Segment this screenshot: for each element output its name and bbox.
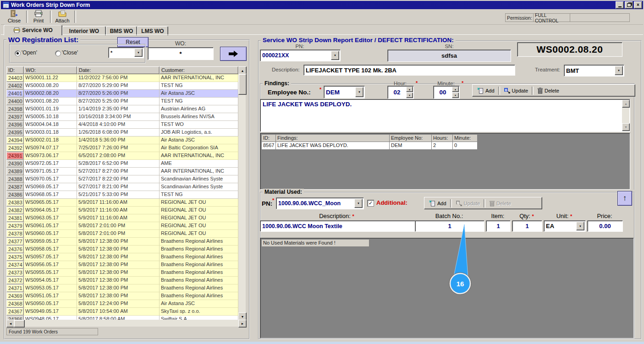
column-header[interactable]: Findings: [276,134,390,142]
radio-close-label[interactable]: 'Close' [62,49,78,56]
chevron-down-icon[interactable]: ▼ [355,87,363,97]
wo-table-row[interactable]: 24371WS0953.05.175/8/2017 12:38:00 PMBra… [6,284,238,292]
tab-lms-wo[interactable]: LMS WO [137,26,168,35]
scroll-right-icon[interactable]: ► [238,320,247,328]
findings-update-button[interactable]: B Update [501,87,531,95]
wo-table-row[interactable]: 24396WS0004.04.184/4/2018 4:10:00 PMTEST… [6,121,238,129]
chevron-down-icon[interactable]: ▼ [331,51,339,60]
radio-close[interactable] [55,50,61,56]
additional-checkbox[interactable]: ✓ [367,200,374,207]
wo-table-row[interactable]: 24367WS0949.05.175/8/2017 10:54:00 AMSky… [6,308,238,316]
unit-combobox[interactable]: EA ▼ [544,220,586,232]
material-update-button[interactable]: B Update [453,199,483,207]
wo-table-row[interactable]: 24368WS0950.05.175/8/2017 12:24:00 PMAir… [6,300,238,308]
scroll-top-button[interactable]: ↑ [617,191,632,206]
wo-table-row[interactable]: 24376WS0958.05.175/8/2017 12:38:00 PMBra… [6,246,238,253]
employee-no-combobox[interactable]: DEM ▼ [324,86,365,98]
batch-field[interactable]: 1 [415,220,484,232]
restore-button[interactable] [625,1,633,9]
vscroll-thumb[interactable] [238,74,247,95]
column-header[interactable]: Date: [77,66,160,74]
radio-open-label[interactable]: 'Open' [22,49,37,56]
spin-down-icon[interactable]: ▼ [452,93,459,98]
spin-up-icon[interactable]: ▲ [452,87,459,92]
material-delete-button[interactable]: Delete [486,199,514,207]
radio-open[interactable] [15,50,21,56]
treatment-combobox[interactable]: BMT ▼ [564,65,624,76]
wo-table-row[interactable]: 24398WS0001.01.191/14/2019 2:35:00 PMAus… [6,105,238,113]
attach-button[interactable]: Attach [51,10,73,23]
tab-service-wo[interactable]: Service WO [4,25,62,35]
wo-table-row[interactable]: 24397WS0005.10.1810/16/2018 3:34:00 PMBr… [6,113,238,121]
wo-table-row[interactable]: 24374WS0956.05.175/8/2017 12:38:00 PMBra… [6,261,238,269]
column-header[interactable]: ID: [6,66,24,74]
column-header[interactable]: ID: [261,134,276,142]
wo-table-row[interactable]: 24369WS0951.05.175/8/2017 12:38:00 PMBra… [6,292,238,300]
chevron-down-icon[interactable]: ▼ [134,49,143,57]
material-add-button[interactable]: Add [426,199,449,207]
wo-table-row[interactable]: 24372WS0954.05.175/8/2017 12:38:00 PMBra… [6,277,238,284]
findings-grid[interactable]: ID:Findings:Employee No:Hours:Minute: 85… [261,134,478,150]
wo-table-row[interactable]: 24375WS0957.05.175/8/2017 12:38:00 PMBra… [6,253,238,261]
findings-textarea[interactable]: LIFE JACKET WAS DEPLOYD. ▲ ▼ [260,99,630,132]
wo-table-row[interactable]: 24395WS0003.01.181/26/2018 6:08:00 PMJOB… [6,129,238,137]
chevron-down-icon[interactable]: ▼ [615,66,623,75]
wo-table-row[interactable]: 24373WS0955.05.175/8/2017 12:38:00 PMBra… [6,269,238,277]
chevron-down-icon[interactable]: ▼ [576,222,584,230]
wo-table-row[interactable]: 24401WS0002.08.208/27/2020 5:26:00 PMAir… [6,90,238,98]
search-go-button[interactable] [220,47,247,61]
wo-table-row[interactable]: 24379WS0961.05.175/8/2017 2:01:00 PMREGI… [6,222,238,230]
wo-table-row[interactable]: 24402WS0003.08.208/27/2020 5:29:00 PMTES… [6,82,238,90]
findings-textarea-scrollbar[interactable]: ▲ ▼ [622,100,629,130]
chevron-down-icon[interactable]: ▼ [354,199,363,208]
wo-table-row[interactable]: 24400WS0001.08.208/27/2020 5:25:00 PMTES… [6,98,238,105]
material-description-field[interactable]: 1000.90.06.WCC Moon Textile [260,220,418,232]
sn-field[interactable]: sdfsa [387,49,511,62]
item-field[interactable]: 1 [486,220,511,232]
material-pn-combobox[interactable]: 1000.90.06.WCC_Moon ▼ [276,197,364,209]
print-button[interactable]: Print [28,10,49,23]
wo-grid-hscrollbar[interactable]: ◄ ► [6,320,246,327]
minute-spinner[interactable]: 00 ▲▼ [433,86,460,99]
hour-spinner[interactable]: 02 ▲▼ [387,86,414,99]
tab-bms-wo[interactable]: BMS WO [106,26,137,35]
spin-up-icon[interactable]: ▲ [406,87,413,92]
wo-table-row[interactable]: 24378WS0960.05.175/8/2017 2:01:00 PMREGI… [6,230,238,238]
scroll-up-icon[interactable]: ▲ [622,100,630,108]
column-header[interactable]: Employee No: [390,134,432,142]
wo-table-row[interactable]: 24389WS0971.05.175/27/2017 8:27:00 PMAAR… [6,168,238,175]
price-field[interactable]: 0.00 [587,220,623,232]
minimize-button[interactable] [616,1,624,9]
wo-table-row[interactable]: 24387WS0969.05.175/27/2017 8:21:00 PMSca… [6,183,238,191]
wo-table-row[interactable]: 24382WS0964.05.175/9/2017 11:16:00 AMREG… [6,207,238,214]
spin-down-icon[interactable]: ▼ [406,93,413,98]
description-field[interactable]: LIFEJACKET TYPE 102 Mk. 2BA [303,65,515,76]
scroll-down-icon[interactable]: ▼ [622,123,630,131]
findings-table-row[interactable]: 8567LIFE JACKET WAS DEPLOYD.DEM20 [261,142,478,150]
pn-combobox[interactable]: 000021XX ▼ [260,49,341,61]
wo-table-row[interactable]: 24392WS0974.07.177/25/2017 7:26:00 PMAir… [6,144,238,152]
wo-table-row[interactable]: 24391WS0973.06.176/5/2017 2:08:00 PMAAR … [6,152,238,160]
tab-interior-wo[interactable]: Interior WO [62,26,106,35]
wo-table-row[interactable]: 24377WS0959.05.175/8/2017 12:38:00 PMBra… [6,238,238,246]
qty-field[interactable]: 1 [512,220,542,232]
wo-table-row[interactable]: 24403WS0001.11.2211/2/2022 7:56:00 PMAAR… [6,74,238,82]
wo-table-row[interactable]: 24386WS0968.05.175/21/2017 5:33:00 PMTES… [6,191,238,199]
column-header[interactable]: Minute: [453,134,478,142]
close-button[interactable]: Close [4,10,25,23]
wo-grid-vscrollbar[interactable]: ▲ ▼ [238,66,246,320]
additional-label[interactable]: Additional: [376,199,407,206]
hscroll-thumb[interactable] [14,320,25,328]
wo-table-row[interactable]: 24381WS0963.05.175/9/2017 11:16:00 AMREG… [6,214,238,222]
close-window-button[interactable]: × [634,1,642,9]
wo-search-input[interactable]: * [148,47,214,60]
wo-table-row[interactable]: 24366WS0948.05.175/8/2017 8:58:00 AMSwif… [6,316,238,320]
findings-delete-button[interactable]: Delete [534,87,562,95]
column-header[interactable]: Hours: [432,134,453,142]
column-header[interactable]: Customer: [160,66,238,74]
wo-table-row[interactable]: 24394WS0002.01.181/4/2018 5:36:00 PMAir … [6,137,238,144]
wo-filter-combobox[interactable]: * ▼ [108,47,144,58]
findings-add-button[interactable]: Add [474,87,497,95]
wo-table-row[interactable]: 24383WS0965.05.175/9/2017 11:16:00 AMREG… [6,199,238,207]
wo-table-row[interactable]: 24388WS0970.05.175/27/2017 8:22:00 PMSca… [6,175,238,183]
